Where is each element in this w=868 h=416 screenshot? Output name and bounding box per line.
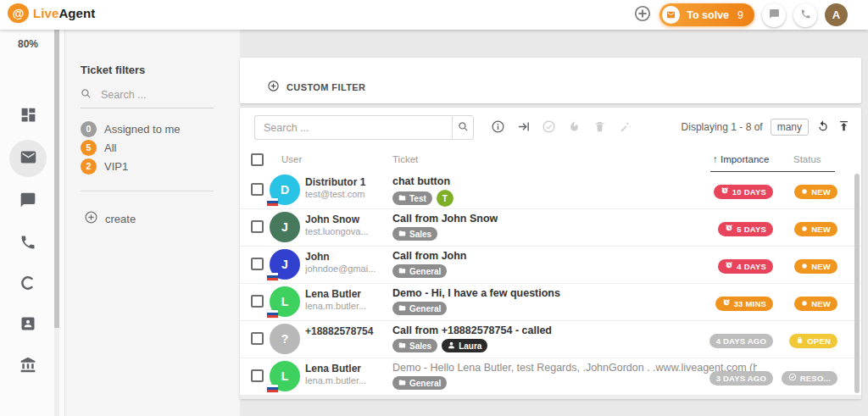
status-badge: NEW: [794, 297, 837, 311]
row-checkbox[interactable]: [251, 220, 264, 233]
create-filter-button[interactable]: create: [79, 209, 141, 228]
importance-badge: 3 DAYS AGO: [709, 371, 773, 385]
table-scrollbar-horizontal[interactable]: [240, 395, 861, 399]
sidebar-item-calls[interactable]: [9, 225, 47, 262]
folder-icon: [398, 194, 406, 203]
delete-button[interactable]: [589, 115, 609, 140]
ticket-row[interactable]: L Lena Butler lena.m.butler... Demo - Hi…: [240, 284, 861, 321]
column-header-importance[interactable]: ↑ Importance: [713, 154, 769, 164]
sidebar-item-company[interactable]: [9, 347, 47, 385]
row-user-name: +18882578754: [305, 325, 388, 337]
row-ticket-subject[interactable]: Demo - Hi, I have a few questions: [392, 287, 560, 299]
count-button[interactable]: many: [771, 119, 809, 136]
search-button[interactable]: [452, 115, 474, 140]
row-ticket-subject[interactable]: Demo - Hello Lena Butler, test Regards, …: [392, 362, 757, 374]
sidebar-item-dashboard[interactable]: [9, 97, 47, 135]
ticket-tag: General: [392, 302, 447, 315]
trash-icon: [593, 120, 606, 136]
sidebar-item-chats[interactable]: [9, 182, 47, 219]
refresh-button[interactable]: [816, 119, 830, 136]
ticket-row[interactable]: J John Snow test.luongova... Call from J…: [240, 209, 861, 247]
custom-filter-button[interactable]: CUSTOM FILTER: [262, 79, 370, 95]
folder-icon: [398, 341, 406, 351]
row-avatar: L: [270, 361, 300, 391]
row-checkbox[interactable]: [251, 183, 264, 196]
to-solve-button[interactable]: To solve 9: [659, 3, 754, 26]
importance-badge: 5 DAYS: [718, 222, 773, 236]
arrow-to-top-icon: [837, 119, 850, 135]
importance-badge: 4 DAYS: [718, 259, 773, 274]
filter-count-badge: 5: [81, 140, 97, 156]
forward-button[interactable]: [513, 115, 533, 140]
filter-item-label: All: [104, 141, 116, 154]
dot-icon: [801, 299, 808, 308]
ticket-tag: Test: [392, 191, 432, 205]
envelope-icon: [19, 148, 37, 169]
resolve-button[interactable]: [538, 115, 559, 140]
row-avatar: L: [270, 286, 300, 317]
plus-circle-icon: [633, 4, 652, 25]
row-tags: General: [392, 376, 447, 390]
ticket-row[interactable]: ? +18882578754 Call from +18882578754 - …: [240, 321, 861, 358]
row-checkbox[interactable]: [251, 295, 264, 308]
row-checkbox[interactable]: [251, 332, 264, 345]
ticket-search-input[interactable]: [254, 115, 452, 140]
row-user-email: test@test.com: [305, 189, 388, 199]
ticket-row[interactable]: J John johndoe@gmai... Call from John Ge…: [240, 247, 861, 284]
phone-icon: [800, 8, 811, 22]
spam-button[interactable]: [564, 115, 584, 140]
folder-icon: [398, 267, 406, 276]
status-cell: NEW: [794, 258, 837, 274]
ticket-row[interactable]: D Distributor 1 test@test.com chat butto…: [240, 172, 861, 209]
country-flag-icon: [267, 198, 278, 206]
header-actions: To solve 9 A: [633, 3, 848, 26]
importance-cell: 5 DAYS: [718, 220, 773, 236]
add-new-button[interactable]: [633, 4, 652, 25]
user-avatar[interactable]: A: [825, 3, 848, 26]
row-checkbox[interactable]: [251, 369, 264, 382]
ticket-row[interactable]: L Lena Butler lena.m.butler... Demo - He…: [240, 358, 861, 396]
merge-button[interactable]: [615, 115, 635, 140]
envelope-icon: [662, 6, 680, 24]
info-button[interactable]: [487, 115, 508, 140]
usage-percent: 80%: [0, 38, 56, 50]
alarm-icon: [722, 298, 731, 308]
row-checkbox[interactable]: [251, 258, 264, 270]
row-user-email: test.luongova...: [305, 226, 388, 236]
row-ticket-subject[interactable]: Call from John: [392, 250, 467, 262]
importance-cell: 33 MINS: [715, 295, 773, 311]
rail-scrollbar-thumb[interactable]: [54, 30, 59, 328]
status-cell: NEW: [794, 220, 837, 236]
chats-header-button[interactable]: [762, 3, 786, 27]
table-scrollbar-vertical[interactable]: [854, 174, 860, 393]
filter-item-all[interactable]: 5 All: [81, 138, 181, 157]
sidebar-item-tickets[interactable]: [9, 140, 47, 177]
status-badge: NEW: [794, 185, 837, 199]
sidebar-item-social[interactable]: [9, 265, 47, 302]
column-header-ticket[interactable]: Ticket: [392, 154, 418, 164]
ticket-search: [254, 115, 474, 140]
status-cell: OPEN: [789, 332, 837, 348]
scroll-top-button[interactable]: [837, 119, 850, 135]
row-ticket-subject[interactable]: Call from John Snow: [392, 213, 498, 225]
sidebar-item-contacts[interactable]: [9, 306, 47, 343]
calls-header-button[interactable]: [793, 3, 817, 27]
column-header-status[interactable]: Status: [793, 154, 821, 164]
select-all-checkbox[interactable]: [251, 153, 264, 166]
row-tags: TestT: [392, 190, 453, 207]
dashboard-icon: [19, 106, 37, 126]
filters-search-input[interactable]: [99, 88, 204, 102]
row-ticket-subject[interactable]: Call from +18882578754 - called: [392, 324, 552, 336]
row-ticket-subject[interactable]: chat button: [392, 175, 450, 187]
column-header-user[interactable]: User: [281, 154, 302, 164]
filter-item-assigned-to-me[interactable]: 0 Assigned to me: [81, 119, 181, 138]
dot-icon: [801, 187, 808, 197]
status-badge: NEW: [794, 222, 837, 236]
ticket-filters-panel: Ticket filters 0 Assigned to me 5 All 2 …: [65, 30, 240, 416]
filter-item-vip1[interactable]: 2 VIP1: [81, 157, 181, 175]
dot-icon: [801, 262, 808, 271]
ticket-tag: General: [392, 264, 447, 278]
folder-icon: [398, 379, 406, 388]
filters-title: Ticket filters: [81, 64, 145, 76]
phone-icon: [19, 234, 36, 253]
